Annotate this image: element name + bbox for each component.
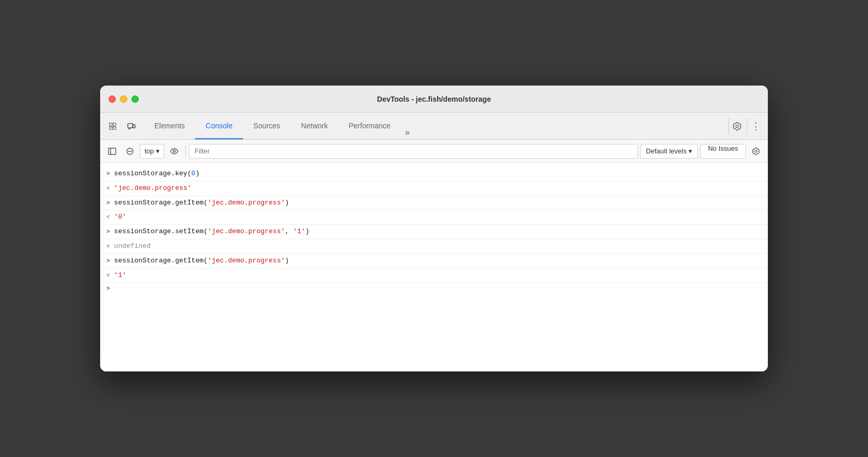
- console-line: > sessionStorage.key(0): [100, 167, 768, 182]
- title-bar: DevTools - jec.fish/demo/storage: [100, 86, 768, 113]
- output-chevron: <: [106, 213, 110, 222]
- console-toolbar: top ▾ Default levels ▾ No Issues: [100, 140, 768, 163]
- console-line: > sessionStorage.setItem('jec.demo.progr…: [100, 225, 768, 239]
- tab-performance[interactable]: Performance: [338, 113, 401, 139]
- tab-bar-icons: [104, 118, 140, 135]
- output-chevron: <: [106, 184, 110, 194]
- input-chevron: >: [106, 227, 110, 237]
- levels-arrow-icon: ▾: [689, 147, 692, 155]
- tab-console[interactable]: Console: [195, 113, 243, 139]
- console-input-line[interactable]: >: [100, 283, 768, 297]
- tab-bar: Elements Console Sources Network Perform…: [100, 113, 768, 140]
- input-chevron: >: [106, 199, 110, 208]
- console-settings-button[interactable]: [748, 143, 764, 159]
- issues-button[interactable]: No Issues: [700, 144, 746, 159]
- tab-elements[interactable]: Elements: [144, 113, 195, 139]
- svg-point-13: [173, 150, 175, 152]
- console-line: > sessionStorage.getItem('jec.demo.progr…: [100, 254, 768, 269]
- output-chevron: <: [106, 271, 110, 281]
- svg-rect-1: [113, 123, 116, 126]
- eye-button[interactable]: [166, 143, 182, 159]
- input-chevron: >: [106, 257, 110, 266]
- svg-rect-3: [113, 127, 116, 129]
- tabs: Elements Console Sources Network Perform…: [144, 113, 728, 139]
- window-title: DevTools - jec.fish/demo/storage: [377, 95, 491, 103]
- sidebar-toggle-button[interactable]: [104, 143, 120, 159]
- traffic-lights: [108, 95, 139, 103]
- dropdown-arrow-icon: ▾: [156, 147, 160, 155]
- toolbar-divider: [185, 146, 186, 157]
- filter-input[interactable]: [189, 144, 638, 159]
- device-toggle-button[interactable]: [123, 118, 140, 135]
- context-selector[interactable]: top ▾: [140, 144, 164, 159]
- tab-network[interactable]: Network: [291, 113, 338, 139]
- svg-point-8: [736, 125, 738, 127]
- svg-rect-0: [110, 123, 112, 126]
- output-chevron: <: [106, 242, 110, 251]
- console-line: < undefined: [100, 239, 768, 254]
- settings-button[interactable]: [728, 118, 745, 135]
- log-levels-button[interactable]: Default levels ▾: [640, 144, 698, 159]
- input-chevron: >: [106, 170, 110, 179]
- inspector-icon-button[interactable]: [104, 118, 121, 135]
- console-line: < '0': [100, 210, 768, 225]
- console-line: < 'jec.demo.progress': [100, 182, 768, 196]
- more-options-button[interactable]: ⋮: [747, 118, 764, 135]
- close-button[interactable]: [108, 95, 116, 103]
- svg-rect-5: [132, 125, 135, 128]
- console-line: < '1': [100, 269, 768, 283]
- tab-sources[interactable]: Sources: [243, 113, 291, 139]
- svg-rect-9: [108, 148, 116, 154]
- more-tabs-button[interactable]: »: [401, 126, 414, 139]
- maximize-button[interactable]: [131, 95, 139, 103]
- prompt-chevron: >: [106, 284, 110, 294]
- clear-console-button[interactable]: [122, 143, 138, 159]
- minimize-button[interactable]: [120, 95, 127, 103]
- tab-bar-right: ⋮: [728, 118, 764, 135]
- svg-rect-2: [110, 127, 112, 129]
- console-output: > sessionStorage.key(0) < 'jec.demo.prog…: [100, 163, 768, 371]
- devtools-window: DevTools - jec.fish/demo/storage: [100, 86, 768, 371]
- svg-point-14: [755, 150, 757, 152]
- console-line: > sessionStorage.getItem('jec.demo.progr…: [100, 196, 768, 211]
